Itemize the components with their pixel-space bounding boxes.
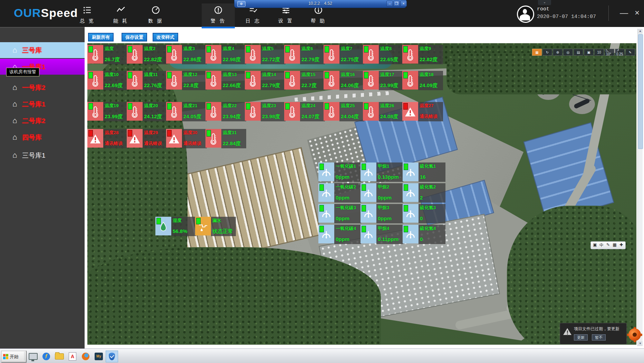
nav-item-data[interactable]: 数 据 [139, 3, 172, 27]
ime-icon[interactable]: ▣ [592, 242, 598, 248]
nav-item-alerts[interactable]: 警 告 [202, 3, 235, 27]
pen-icon[interactable]: ✎ [625, 49, 635, 56]
temperature-sensor-tile[interactable]: 温度2524.04度 [324, 102, 364, 121]
rdp-close-button[interactable]: × [400, 1, 407, 7]
temperature-icon [87, 129, 103, 148]
gear-icon[interactable] [627, 327, 642, 342]
scroll-up-arrow[interactable]: ▲ [638, 29, 643, 34]
quick-launch-editor-icon[interactable]: A [66, 351, 79, 362]
temperature-sensor-tile[interactable]: 温度1422.79度 [245, 71, 286, 90]
temperature-sensor-tile[interactable]: 温度222.82度 [127, 45, 167, 64]
gas-sensor-tile[interactable]: 甲烷10.13ppm [361, 162, 403, 182]
sidebar-item-4[interactable]: ⌂二号库1 [0, 96, 85, 112]
temperature-sensor-tile[interactable]: 温度422.98度 [205, 45, 246, 64]
viewport-toolbar: ▦↻⊕◎▤▣10◺ 10°↗ 0.25✎⛶ [532, 49, 636, 56]
start-button[interactable]: 开始 [1, 351, 27, 363]
grid-icon[interactable]: ▦ [532, 49, 542, 56]
temperature-sensor-tile[interactable]: 温度1624.06度 [324, 71, 364, 90]
sensor-value: 22.82度 [144, 56, 167, 63]
temperature-sensor-tile[interactable]: 温度2124.05度 [166, 102, 207, 121]
pen-input-icon[interactable]: ✎ [605, 242, 611, 248]
temperature-sensor-tile[interactable]: 温度1322.66度 [205, 71, 246, 90]
temperature-sensor-tile[interactable]: 温度1022.69度 [87, 71, 128, 90]
temperature-sensor-tile[interactable]: 温度2424.07度 [284, 102, 325, 121]
dismiss-button[interactable]: 暂不 [592, 334, 606, 341]
rdp-restore-button[interactable]: ❐ [393, 1, 400, 7]
gas-sensor-tile[interactable]: 甲烷40.11ppm [361, 225, 403, 244]
user-avatar-icon[interactable] [517, 6, 534, 23]
rdp-minimize-button[interactable]: – [386, 1, 393, 7]
quick-launch-mysql-icon[interactable]: My [93, 351, 105, 362]
temperature-sensor-tile[interactable]: 温度822.65度 [363, 45, 404, 64]
change-style-button[interactable]: 改变样式 [153, 33, 178, 41]
leak-sensor-tile[interactable]: 漏水状态正常 [195, 217, 236, 236]
temperature-sensor-tile[interactable]: 温度1923.99度 [87, 102, 128, 121]
vertical-scroll-thumb[interactable] [638, 34, 643, 149]
quick-launch-desktop-icon[interactable] [27, 351, 39, 362]
temperature-sensor-tile[interactable]: 温度2323.98度 [245, 102, 286, 121]
temperature-sensor-tile[interactable]: 温度3122.84度 [205, 129, 246, 148]
nav-item-energy[interactable]: 能 耗 [104, 3, 137, 27]
temperature-sensor-tile[interactable]: 温度27通讯错误 [402, 102, 443, 121]
quick-launch-shield-icon[interactable] [106, 351, 118, 362]
quick-launch-messenger-icon[interactable] [40, 351, 52, 362]
gas-sensor-tile[interactable]: 硫化氢22 [403, 183, 445, 203]
target-icon[interactable]: ◎ [563, 49, 573, 56]
gas-sensor-tile[interactable]: 一氧化碳40ppm [318, 225, 361, 244]
chevron-down-icon[interactable]: ⌄ [538, 0, 551, 5]
sidebar-item-6[interactable]: ⌂四号库 [0, 129, 85, 145]
gas-sensor-tile[interactable]: 一氧化碳20ppm [318, 183, 361, 203]
gas-sensor-tile[interactable]: 一氧化碳10ppm [318, 162, 361, 182]
zoom-icon[interactable]: ⊕ [553, 49, 563, 56]
update-button[interactable]: 更新 [574, 334, 588, 341]
app-minimize-button[interactable]: — [620, 8, 628, 18]
sidebar-item-1[interactable]: ⌂三号库 [0, 42, 85, 58]
angle-box[interactable]: ◺ 10° [605, 49, 614, 56]
temperature-sensor-tile[interactable]: 温度2624.08度 [363, 102, 404, 121]
language-bar: ▣中✎▦✚ [590, 241, 626, 249]
temperature-sensor-tile[interactable]: 温度1122.76度 [127, 71, 167, 90]
layers-icon[interactable]: ▤ [574, 49, 583, 56]
temperature-sensor-tile[interactable]: 温度1723.99度 [363, 71, 404, 90]
temperature-sensor-tile[interactable]: 温度722.75度 [324, 45, 364, 64]
refresh-all-button[interactable]: 刷新所有 [88, 33, 114, 41]
scale-box[interactable]: 10 [594, 49, 604, 56]
keyboard-icon[interactable]: ▦ [612, 242, 617, 248]
frame-icon[interactable]: ▣ [584, 49, 594, 56]
temperature-icon [245, 45, 261, 64]
gas-sensor-tile[interactable]: 硫化氢40 [403, 225, 445, 244]
temperature-sensor-tile[interactable]: 温度522.72度 [245, 45, 286, 64]
temperature-sensor-tile[interactable]: 温度1824.09度 [402, 71, 443, 90]
sidebar-item-3[interactable]: ⌂一号库2 [0, 80, 85, 95]
gas-sensor-tile[interactable]: 硫化氢30 [403, 204, 445, 223]
capture-icon[interactable]: ⛶ [636, 49, 636, 56]
chinese-input-indicator[interactable]: 中 [599, 242, 604, 248]
gas-sensor-tile[interactable]: 一氧化碳30ppm [318, 204, 361, 223]
temperature-sensor-tile[interactable]: 温度29通讯错误 [127, 129, 167, 148]
quick-launch-explorer-icon[interactable] [53, 351, 66, 362]
gas-sensor-tile[interactable]: 甲烷20ppm [361, 183, 403, 203]
gas-sensor-tile[interactable]: 硫化氢116 [403, 162, 445, 182]
temperature-sensor-tile[interactable]: 温度28通讯错误 [87, 129, 128, 148]
temperature-sensor-tile[interactable]: 温度2024.12度 [127, 102, 167, 121]
sidebar-item-5[interactable]: ⌂二号库2 [0, 113, 85, 129]
vertical-scrollbar[interactable]: ▲ ▼ [637, 29, 643, 346]
temperature-sensor-tile[interactable]: 温度322.86度 [166, 45, 207, 64]
nav-item-overview[interactable]: 总 览 [71, 3, 104, 27]
temperature-sensor-tile[interactable]: 温度2223.94度 [205, 102, 246, 121]
quick-launch-browser-icon[interactable] [79, 351, 92, 362]
temperature-sensor-tile[interactable]: 温度26.7度 [87, 45, 128, 64]
tools-icon[interactable]: ✚ [618, 242, 624, 248]
temperature-sensor-tile[interactable]: 温度1222.8度 [166, 71, 207, 90]
humidity-sensor-tile[interactable]: 湿度56.8% [155, 217, 196, 236]
step-box[interactable]: ↗ 0.25 [615, 49, 625, 56]
temperature-sensor-tile[interactable]: 温度1522.7度 [284, 71, 325, 90]
app-close-button[interactable]: × [635, 8, 640, 18]
temperature-sensor-tile[interactable]: 温度30通讯错误 [166, 129, 207, 148]
gas-sensor-tile[interactable]: 甲烷30ppm [361, 204, 403, 223]
rotate-icon[interactable]: ↻ [542, 49, 552, 56]
temperature-sensor-tile[interactable]: 温度622.79度 [284, 45, 325, 64]
temperature-sensor-tile[interactable]: 温度922.82度 [402, 45, 443, 64]
save-settings-button[interactable]: 保存设置 [122, 33, 147, 41]
sidebar-item-7[interactable]: ⌂三号库1 [0, 147, 85, 163]
